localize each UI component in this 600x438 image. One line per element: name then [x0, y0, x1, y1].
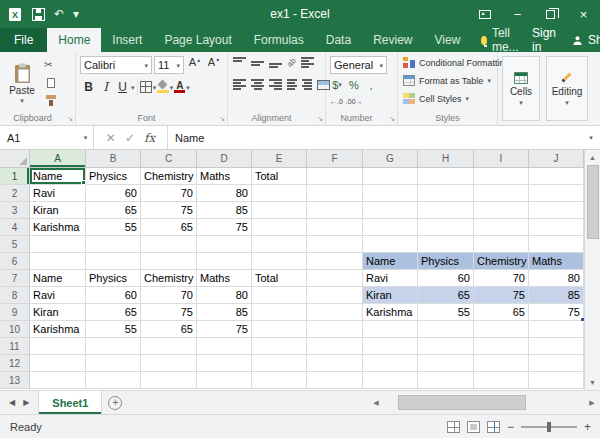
cell-F3[interactable]: [307, 202, 363, 219]
tab-file[interactable]: File: [0, 28, 47, 52]
cell-H1[interactable]: [418, 168, 474, 185]
page-layout-view-button[interactable]: [467, 421, 480, 433]
row-header-12[interactable]: 12: [0, 355, 30, 372]
cell-J13[interactable]: [529, 372, 584, 389]
orientation-button[interactable]: ab: [285, 56, 298, 69]
cell-E12[interactable]: [252, 355, 307, 372]
cell-A6[interactable]: [30, 253, 86, 270]
decrease-decimal-button[interactable]: .00→: [346, 95, 363, 108]
cell-A9[interactable]: Kiran: [30, 304, 86, 321]
cell-F11[interactable]: [307, 338, 363, 355]
cell-D13[interactable]: [197, 372, 252, 389]
cell-A4[interactable]: Karishma: [30, 219, 86, 236]
cell-D10[interactable]: 75: [197, 321, 252, 338]
format-as-table-button[interactable]: Format as Table ▾: [403, 75, 491, 86]
cell-H4[interactable]: [418, 219, 474, 236]
cell-A5[interactable]: [30, 236, 86, 253]
enter-entry-button[interactable]: ✓: [125, 131, 135, 145]
tab-page-layout[interactable]: Page Layout: [153, 28, 242, 52]
cell-D6[interactable]: [197, 253, 252, 270]
editing-button[interactable]: Editing ▾: [546, 56, 588, 121]
cell-A8[interactable]: Ravi: [30, 287, 86, 304]
minimize-button[interactable]: −: [501, 0, 534, 28]
sign-in-button[interactable]: Sign in: [532, 26, 556, 54]
cell-G3[interactable]: [363, 202, 418, 219]
cell-E10[interactable]: [252, 321, 307, 338]
tab-review[interactable]: Review: [362, 28, 423, 52]
cell-H11[interactable]: [418, 338, 474, 355]
number-format-select[interactable]: General▾: [330, 56, 387, 74]
cell-I6[interactable]: Chemistry: [474, 253, 529, 270]
cell-B10[interactable]: 55: [86, 321, 141, 338]
cell-F10[interactable]: [307, 321, 363, 338]
cell-G6[interactable]: Name: [363, 253, 418, 270]
sheet-nav-left-button[interactable]: ◀: [9, 398, 15, 407]
cell-C2[interactable]: 70: [141, 185, 197, 202]
clipboard-dialog-launcher[interactable]: ↘: [67, 115, 73, 123]
cell-E5[interactable]: [252, 236, 307, 253]
cell-G7[interactable]: Ravi: [363, 270, 418, 287]
font-color-button[interactable]: A▾: [174, 78, 191, 96]
cell-H8[interactable]: 65: [418, 287, 474, 304]
normal-view-button[interactable]: [447, 421, 460, 433]
cell-E13[interactable]: [252, 372, 307, 389]
cell-D7[interactable]: Maths: [197, 270, 252, 287]
cell-F6[interactable]: [307, 253, 363, 270]
cell-G4[interactable]: [363, 219, 418, 236]
align-right-button[interactable]: [269, 79, 282, 90]
cell-E6[interactable]: [252, 253, 307, 270]
column-header-G[interactable]: G: [363, 150, 418, 167]
column-header-I[interactable]: I: [474, 150, 529, 167]
cell-H9[interactable]: 55: [418, 304, 474, 321]
scroll-up-button[interactable]: ▲: [585, 150, 600, 165]
cell-styles-button[interactable]: Cell Styles ▾: [403, 93, 469, 104]
cell-A2[interactable]: Ravi: [30, 185, 86, 202]
column-header-C[interactable]: C: [141, 150, 197, 167]
cell-F1[interactable]: [307, 168, 363, 185]
cell-E1[interactable]: Total: [252, 168, 307, 185]
cell-D1[interactable]: Maths: [197, 168, 252, 185]
scroll-down-button[interactable]: ▼: [585, 375, 600, 390]
ribbon-display-options-button[interactable]: [468, 0, 501, 28]
row-header-9[interactable]: 9: [0, 304, 30, 321]
cell-B6[interactable]: [86, 253, 141, 270]
bottom-align-button[interactable]: [269, 57, 282, 68]
row-header-8[interactable]: 8: [0, 287, 30, 304]
row-header-6[interactable]: 6: [0, 253, 30, 270]
cell-H10[interactable]: [418, 321, 474, 338]
cell-I1[interactable]: [474, 168, 529, 185]
cell-B13[interactable]: [86, 372, 141, 389]
cell-D9[interactable]: 85: [197, 304, 252, 321]
column-header-A[interactable]: A: [30, 150, 86, 167]
cell-G9[interactable]: Karishma: [363, 304, 418, 321]
underline-button[interactable]: U: [114, 78, 131, 96]
cell-I2[interactable]: [474, 185, 529, 202]
cell-J12[interactable]: [529, 355, 584, 372]
zoom-slider-thumb[interactable]: [547, 422, 551, 432]
cell-G13[interactable]: [363, 372, 418, 389]
column-header-E[interactable]: E: [252, 150, 307, 167]
cell-G11[interactable]: [363, 338, 418, 355]
cell-I10[interactable]: [474, 321, 529, 338]
cell-I3[interactable]: [474, 202, 529, 219]
cell-E7[interactable]: Total: [252, 270, 307, 287]
cell-J6[interactable]: Maths: [529, 253, 584, 270]
cell-J3[interactable]: [529, 202, 584, 219]
cell-J5[interactable]: [529, 236, 584, 253]
cell-C12[interactable]: [141, 355, 197, 372]
cell-B11[interactable]: [86, 338, 141, 355]
number-dialog-launcher[interactable]: ↘: [389, 115, 395, 123]
paste-button[interactable]: Paste ▾: [4, 56, 40, 110]
cell-J8[interactable]: 85: [529, 287, 584, 304]
column-header-B[interactable]: B: [86, 150, 141, 167]
cell-A11[interactable]: [30, 338, 86, 355]
cell-H7[interactable]: 60: [418, 270, 474, 287]
undo-button[interactable]: ↶: [54, 7, 64, 21]
cell-I9[interactable]: 65: [474, 304, 529, 321]
share-button[interactable]: Share: [572, 33, 600, 47]
cell-J9[interactable]: 75: [529, 304, 584, 321]
copy-button[interactable]: [44, 75, 66, 90]
cell-G12[interactable]: [363, 355, 418, 372]
cell-D11[interactable]: [197, 338, 252, 355]
cell-E3[interactable]: [252, 202, 307, 219]
